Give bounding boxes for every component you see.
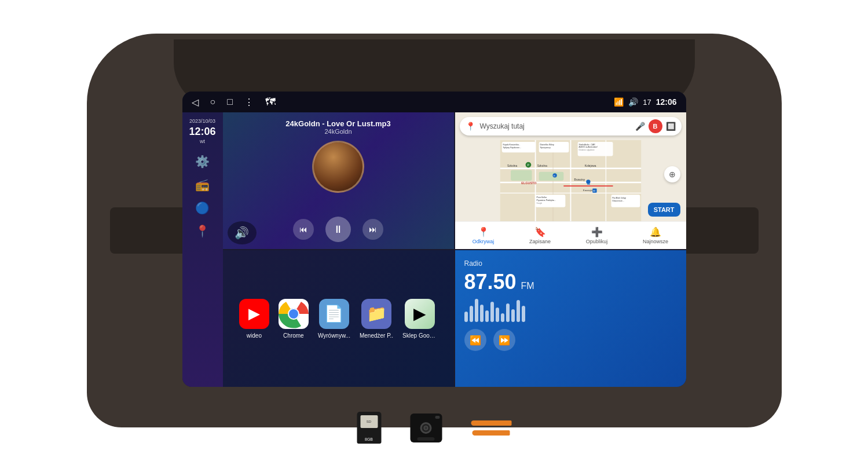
radio-wave-bar xyxy=(511,309,515,322)
chrome-icon[interactable] xyxy=(279,299,309,329)
radio-freq-number: 87.50 xyxy=(464,270,517,294)
svg-text:ELGUSTO: ELGUSTO xyxy=(521,181,537,185)
sd-card: SD 8GB xyxy=(357,412,381,444)
radio-next-button[interactable]: ⏩ xyxy=(493,329,515,351)
radio-icon[interactable]: 📻 xyxy=(195,178,210,192)
pry-tools xyxy=(471,420,511,436)
map-search-text[interactable]: Wyszukaj tutaj xyxy=(480,122,631,130)
battery-level: 17 xyxy=(643,98,651,107)
music-title: 24kGoldn - Love Or Lust.mp3 xyxy=(230,119,447,128)
radio-frequency: 87.50 FM xyxy=(464,270,677,294)
main-content: 2023/10/03 12:06 wt ⚙️ 📻 🔵 📍 24kGoldn - … xyxy=(182,112,686,387)
svg-rect-8 xyxy=(511,170,532,181)
svg-text:Spływy Kajakowe...: Spływy Kajakowe... xyxy=(503,147,521,149)
map-nav-zapisane-label: Zapisane xyxy=(529,239,551,244)
filemanager-label: Menedżer P.. xyxy=(360,332,393,339)
svg-text:Ostatnio oglądane: Ostatnio oglądane xyxy=(578,149,594,151)
radio-wave-bar xyxy=(517,300,520,322)
accessories: SD 8GB xyxy=(357,412,511,444)
svg-text:Piotr Keller: Piotr Keller xyxy=(536,196,547,199)
svg-text:Szkolna: Szkolna xyxy=(537,164,547,167)
home-nav-icon[interactable]: ○ xyxy=(210,97,216,107)
prev-button[interactable]: ⏮ xyxy=(293,219,314,240)
music-info: 24kGoldn - Love Or Lust.mp3 24kGoldn xyxy=(230,119,447,135)
sidebar-day: wt xyxy=(189,138,215,145)
app-play[interactable]: ▶ Sklep Googl... xyxy=(402,299,437,339)
map-nav-zapisane[interactable]: 🔖 Zapisane xyxy=(529,226,551,244)
radio-freq-band: FM xyxy=(521,281,534,291)
map-nav-najnowsze[interactable]: 🔔 Najnowsze xyxy=(643,226,668,244)
svg-text:AUDIO na Androidzie!: AUDIO na Androidzie! xyxy=(578,146,598,148)
svg-text:P: P xyxy=(527,164,529,167)
svg-text:M: M xyxy=(593,189,595,192)
map-nav-najnowsze-icon: 🔔 xyxy=(650,226,661,237)
svg-text:Glazurnicze...: Glazurnicze... xyxy=(612,200,624,202)
svg-rect-9 xyxy=(539,172,563,181)
play-pause-button[interactable]: ⏸ xyxy=(325,217,351,242)
radio-waveform xyxy=(464,299,677,322)
radio-wave-bar xyxy=(501,313,504,322)
map-layers-icon[interactable]: 🔲 xyxy=(666,122,676,131)
play-store-icon[interactable]: ▶ xyxy=(405,299,435,329)
status-time: 12:06 xyxy=(656,97,677,107)
music-panel: 24kGoldn - Love Or Lust.mp3 24kGoldn ⏮ ⏸… xyxy=(223,112,454,249)
app-wyrownywarka[interactable]: 📄 Wyrównyw... xyxy=(318,299,350,339)
app-filemanager[interactable]: 📁 Menedżer P.. xyxy=(360,299,393,339)
svg-text:Szkolna: Szkolna xyxy=(507,164,517,167)
svg-text:Prywatna Praktyka...: Prywatna Praktyka... xyxy=(536,199,555,202)
map-search-icons: 🎤 B 🔲 xyxy=(635,119,676,133)
apps-panel: ▶ wideo xyxy=(223,250,454,387)
volume-icon: 🔊 xyxy=(628,97,638,107)
svg-text:Brzeziny: Brzeziny xyxy=(574,178,585,181)
svg-text:Fliz-Mark Usługi: Fliz-Mark Usługi xyxy=(612,197,626,199)
sidebar-time-display: 12:06 xyxy=(189,125,215,138)
radio-wave-bar xyxy=(485,310,489,322)
android-screen: ◁ ○ □ ⋮ 🗺 📶 🔊 17 12:06 202 xyxy=(182,92,686,387)
radio-prev-button[interactable]: ⏪ xyxy=(464,329,486,351)
map-avatar[interactable]: B xyxy=(649,119,662,133)
svg-text:Kolejowa: Kolejowa xyxy=(584,164,596,167)
radio-wave-bar xyxy=(496,308,499,322)
map-search-bar[interactable]: 📍 Wyszukaj tutaj 🎤 B 🔲 xyxy=(460,117,682,136)
location-icon[interactable]: 📍 xyxy=(195,224,210,238)
svg-text:Kajaki Krasieńka -: Kajaki Krasieńka - xyxy=(503,144,520,146)
car-frame: ◁ ○ □ ⋮ 🗺 📶 🔊 17 12:06 202 xyxy=(87,34,782,427)
map-nav-opublikuj-label: Opublikuj xyxy=(586,239,608,244)
filemanager-icon[interactable]: 📁 xyxy=(361,299,391,329)
radio-wave-bar xyxy=(480,305,484,322)
svg-text:K: K xyxy=(554,174,555,177)
screen-housing: ◁ ○ □ ⋮ 🗺 📶 🔊 17 12:06 202 xyxy=(182,92,686,387)
map-nav-opublikuj[interactable]: ➕ Opublikuj xyxy=(586,226,608,244)
menu-nav-icon[interactable]: ⋮ xyxy=(244,97,254,108)
radio-wave-bar xyxy=(464,312,468,322)
music-album-art xyxy=(312,141,364,193)
sd-card-label: 8GB xyxy=(365,437,373,441)
map-location-button[interactable]: ⊕ xyxy=(664,166,680,182)
maps-nav-icon[interactable]: 🗺 xyxy=(265,96,276,108)
radio-panel: Radio 87.50 FM ⏪ ⏩ xyxy=(455,250,686,387)
map-nav-odkrywaj-icon: 📍 xyxy=(478,226,489,237)
next-button[interactable]: ⏭ xyxy=(362,219,383,240)
wyrownywarka-icon[interactable]: 📄 xyxy=(319,299,349,329)
radio-label: Radio xyxy=(464,259,677,268)
radio-wave-bar xyxy=(506,303,510,322)
recent-nav-icon[interactable]: □ xyxy=(227,97,233,107)
right-vent xyxy=(677,207,759,254)
bluetooth-icon[interactable]: 🔵 xyxy=(195,201,210,215)
back-nav-icon[interactable]: ◁ xyxy=(192,97,199,108)
svg-point-19 xyxy=(586,180,590,184)
apps-grid: ▶ wideo xyxy=(239,299,437,339)
youtube-icon[interactable]: ▶ xyxy=(239,299,269,329)
radio-wave-bar xyxy=(490,302,494,322)
status-bar: ◁ ○ □ ⋮ 🗺 📶 🔊 17 12:06 xyxy=(182,92,686,112)
svg-point-45 xyxy=(289,309,298,319)
youtube-label: wideo xyxy=(247,332,262,339)
app-chrome[interactable]: Chrome xyxy=(279,299,309,339)
map-nav-odkrywaj[interactable]: 📍 Odkrywaj xyxy=(473,226,495,244)
svg-text:Spożywczy: Spożywczy xyxy=(540,147,550,149)
app-youtube[interactable]: ▶ wideo xyxy=(239,299,269,339)
map-mic-icon[interactable]: 🎤 xyxy=(635,122,645,131)
settings-icon[interactable]: ⚙️ xyxy=(195,155,210,169)
map-start-button[interactable]: START xyxy=(648,203,680,217)
play-label: Sklep Googl... xyxy=(402,332,437,339)
